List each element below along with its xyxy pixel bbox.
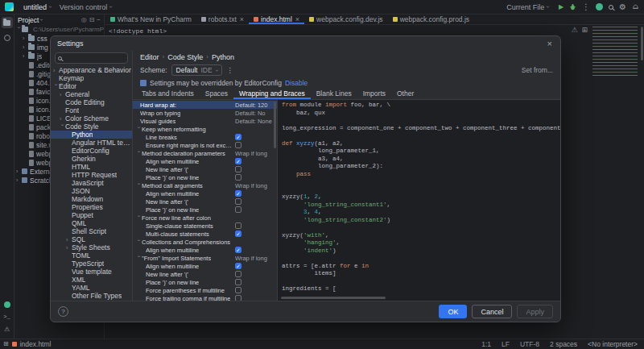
- editor-tab[interactable]: webpack.config.dev.js: [304, 15, 388, 24]
- checkbox[interactable]: [235, 166, 242, 172]
- checkbox[interactable]: [235, 174, 242, 181]
- chevron-down-icon[interactable]: ›: [16, 27, 22, 32]
- apply-button[interactable]: Apply: [517, 305, 553, 318]
- editor-tab[interactable]: webpack.config.prod.js: [388, 15, 474, 24]
- option-row[interactable]: Align when multiline✓: [133, 189, 277, 197]
- status-item[interactable]: 1:1: [481, 340, 491, 348]
- checkbox[interactable]: [235, 271, 242, 277]
- option-group-row[interactable]: ›Collections and Comprehensions: [133, 238, 277, 246]
- debug-button[interactable]: [569, 3, 576, 10]
- more-actions-icon[interactable]: ⋮: [582, 3, 590, 11]
- settings-tree-item[interactable]: Shell Script: [51, 227, 132, 235]
- settings-tree-item[interactable]: ›SQL: [51, 235, 132, 243]
- help-button[interactable]: ?: [58, 306, 68, 317]
- breadcrumb-item[interactable]: Editor: [140, 53, 159, 61]
- notifications-bell-icon[interactable]: [632, 3, 639, 10]
- status-item[interactable]: UTF-8: [520, 340, 539, 348]
- status-item[interactable]: <No interpreter>: [588, 340, 638, 348]
- option-group-row[interactable]: ›"From" Import StatementsWrap if long: [133, 254, 277, 262]
- ok-button[interactable]: OK: [439, 305, 467, 318]
- option-row[interactable]: Visual guidesDefault: None: [133, 117, 277, 125]
- settings-tree-item[interactable]: Puppet: [51, 211, 132, 219]
- settings-tree-item[interactable]: YAML: [51, 284, 132, 292]
- settings-tree-item[interactable]: JSON: [51, 187, 132, 195]
- settings-tree-item[interactable]: HTTP Request: [51, 171, 132, 179]
- settings-tree-item[interactable]: Keymap: [51, 74, 132, 82]
- breadcrumb-item[interactable]: Python: [212, 53, 234, 61]
- chevron-right-icon[interactable]: ›: [60, 116, 65, 122]
- settings-tree-item[interactable]: EditorConfig: [51, 147, 132, 155]
- settings-tree-item[interactable]: ›Editor: [51, 82, 132, 90]
- settings-tab[interactable]: Tabs and Indents: [136, 88, 200, 99]
- problems-icon[interactable]: ⚠: [4, 326, 10, 334]
- option-row[interactable]: New line after '(': [133, 197, 277, 206]
- settings-tree-item[interactable]: ›Style Sheets: [51, 243, 132, 251]
- commit-tool-window-button[interactable]: [2, 32, 13, 44]
- tool-windows-icon[interactable]: ⊞: [3, 340, 9, 348]
- settings-gear-icon[interactable]: ⚙: [619, 3, 626, 11]
- settings-tree-item[interactable]: Angular HTML template: [51, 139, 132, 147]
- settings-tree-item[interactable]: TypeScript: [51, 260, 132, 268]
- chevron-down-icon[interactable]: ›: [136, 215, 142, 221]
- split-editor-icon[interactable]: ⊞: [581, 26, 588, 34]
- option-row[interactable]: Place ')' on new line: [133, 278, 277, 286]
- inspections-widget-icon[interactable]: ⚠: [571, 26, 577, 34]
- chevron-right-icon[interactable]: ›: [16, 177, 22, 183]
- settings-tab[interactable]: Other: [391, 88, 419, 99]
- chevron-down-icon[interactable]: ›: [136, 151, 142, 156]
- checkbox[interactable]: [235, 206, 242, 213]
- option-row[interactable]: Line breaks✓: [133, 133, 277, 141]
- option-row[interactable]: Align when multiline✓: [133, 246, 277, 254]
- checkbox[interactable]: ✓: [235, 190, 242, 197]
- option-row[interactable]: Ensure right margin is not exceeded: [133, 141, 277, 149]
- editor-tab[interactable]: What's New in PyCharm: [105, 15, 196, 24]
- chevron-right-icon[interactable]: ›: [23, 44, 28, 50]
- status-item[interactable]: 2 spaces: [550, 340, 577, 348]
- checkbox[interactable]: ✓: [235, 263, 242, 269]
- code-with-me-icon[interactable]: [596, 3, 603, 10]
- close-tab-icon[interactable]: ×: [295, 15, 299, 23]
- option-row[interactable]: Align when multiline✓: [133, 157, 277, 165]
- settings-tree-item[interactable]: Font: [51, 106, 132, 114]
- project-widget[interactable]: untitled ›: [19, 2, 56, 13]
- chevron-down-icon[interactable]: ›: [136, 183, 142, 189]
- settings-tree-item[interactable]: Markdown: [51, 195, 132, 203]
- breadcrumb-item[interactable]: Code Style: [167, 53, 203, 61]
- settings-tree-item[interactable]: Code Editing: [51, 98, 132, 106]
- project-tool-window-button[interactable]: [2, 17, 13, 28]
- vcs-widget[interactable]: Version control ›: [56, 2, 116, 13]
- settings-tree-item[interactable]: JavaScript: [51, 179, 132, 187]
- checkbox[interactable]: ✓: [235, 231, 242, 237]
- settings-tree-item[interactable]: ›General: [51, 90, 132, 98]
- checkbox[interactable]: [235, 287, 242, 293]
- chevron-right-icon[interactable]: ›: [66, 245, 72, 251]
- collapse-all-icon[interactable]: ⊟: [89, 16, 95, 23]
- settings-tree-item[interactable]: TOML: [51, 251, 132, 260]
- settings-tab[interactable]: Wrapping and Braces: [233, 88, 311, 99]
- editor-tab[interactable]: robots.txt×: [196, 15, 249, 24]
- python-packages-icon[interactable]: [4, 301, 10, 308]
- chevron-down-icon[interactable]: ›: [136, 127, 142, 132]
- settings-tab[interactable]: Imports: [357, 88, 391, 99]
- checkbox[interactable]: [235, 198, 242, 205]
- set-from-link[interactable]: Set from...: [522, 66, 553, 74]
- run-button[interactable]: ▶: [559, 4, 564, 10]
- project-tree-item[interactable]: ›untitledC:\Users\user\PycharmProj: [14, 25, 104, 34]
- option-row[interactable]: Force parentheses if multiline: [133, 286, 277, 294]
- settings-tree-item[interactable]: Python: [51, 131, 132, 139]
- checkbox[interactable]: [235, 222, 242, 229]
- scheme-combo[interactable]: Default IDE ›: [171, 64, 223, 76]
- chevron-right-icon[interactable]: ›: [23, 53, 28, 59]
- chevron-right-icon[interactable]: ›: [53, 68, 59, 73]
- editor-first-line[interactable]: <!doctype html>: [105, 25, 644, 35]
- chevron-down-icon[interactable]: ›: [53, 84, 59, 89]
- status-item[interactable]: LF: [502, 340, 510, 348]
- checkbox[interactable]: ✓: [235, 158, 242, 164]
- checkbox[interactable]: [235, 279, 242, 285]
- editor-tab[interactable]: index.html×: [249, 15, 304, 24]
- settings-tree-item[interactable]: Vue template: [51, 268, 132, 276]
- option-group-row[interactable]: ›Force new line after colon: [133, 214, 277, 222]
- option-row[interactable]: Wrap on typingDefault: No: [133, 109, 277, 117]
- chevron-down-icon[interactable]: ›: [136, 239, 142, 245]
- option-row[interactable]: New line after '(': [133, 270, 277, 278]
